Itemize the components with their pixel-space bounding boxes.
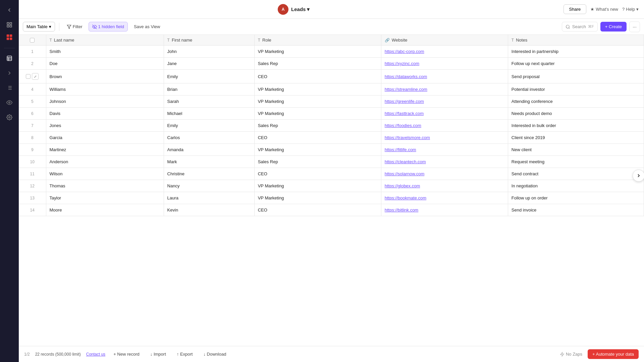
first-name-cell[interactable]: Emily xyxy=(164,120,254,132)
filter-button[interactable]: Filter xyxy=(63,22,86,31)
search-button[interactable]: Search ⌘F xyxy=(562,22,598,32)
last-name-cell[interactable]: Davis xyxy=(46,108,164,120)
website-link[interactable]: https://streamline.com xyxy=(385,87,427,92)
website-cell[interactable]: https://streamline.com xyxy=(381,83,508,96)
role-cell[interactable]: CEO xyxy=(254,204,381,216)
leads-title[interactable]: Leads ▾ xyxy=(291,6,310,12)
expand-button[interactable]: ⤢ xyxy=(32,73,39,80)
website-link[interactable]: https://fitlife.com xyxy=(385,147,416,152)
website-link[interactable]: https://solarnow.com xyxy=(385,171,425,176)
role-cell[interactable]: CEO xyxy=(254,132,381,144)
notes-cell[interactable]: Potential investor xyxy=(508,83,644,96)
website-cell[interactable]: https://bookmate.com xyxy=(381,192,508,204)
last-name-cell[interactable]: Williams xyxy=(46,83,164,96)
website-link[interactable]: https://bitlink.com xyxy=(385,207,418,213)
automate-button[interactable]: + Automate your data xyxy=(588,349,639,359)
sidebar-icon-views[interactable] xyxy=(3,52,15,64)
role-cell[interactable]: VP Marketing xyxy=(254,180,381,192)
first-name-cell[interactable]: Christine xyxy=(164,168,254,180)
scroll-right-button[interactable] xyxy=(633,170,644,182)
notes-cell[interactable]: Client since 2019 xyxy=(508,132,644,144)
contact-us-link[interactable]: Contact us xyxy=(86,352,105,357)
role-cell[interactable]: CEO xyxy=(254,168,381,180)
last-name-cell[interactable]: Jones xyxy=(46,120,164,132)
select-all-checkbox[interactable] xyxy=(30,38,35,43)
sidebar-icon-eye[interactable] xyxy=(3,97,15,109)
notes-cell[interactable]: Attending conference xyxy=(508,96,644,108)
first-name-cell[interactable]: Nancy xyxy=(164,180,254,192)
website-link[interactable]: https://foodies.com xyxy=(385,123,421,128)
role-cell[interactable]: Sales Rep xyxy=(254,58,381,70)
website-cell[interactable]: https://greenlife.com xyxy=(381,96,508,108)
website-cell[interactable]: https://globex.com xyxy=(381,180,508,192)
first-name-cell[interactable]: Jane xyxy=(164,58,254,70)
website-link[interactable]: https://bookmate.com xyxy=(385,195,426,200)
first-name-cell[interactable]: Kevin xyxy=(164,204,254,216)
last-name-cell[interactable]: Martinez xyxy=(46,144,164,156)
hidden-field-button[interactable]: 1 hidden field xyxy=(89,22,128,32)
last-name-cell[interactable]: Thomas xyxy=(46,180,164,192)
role-cell[interactable]: VP Marketing xyxy=(254,144,381,156)
last-name-cell[interactable]: Anderson xyxy=(46,156,164,168)
website-cell[interactable]: https://solarnow.com xyxy=(381,168,508,180)
notes-cell[interactable]: New client xyxy=(508,144,644,156)
last-name-cell[interactable]: Johnson xyxy=(46,96,164,108)
role-cell[interactable]: VP Marketing xyxy=(254,46,381,58)
website-cell[interactable]: https://xyzinc.com xyxy=(381,58,508,70)
first-name-cell[interactable]: Carlos xyxy=(164,132,254,144)
first-name-cell[interactable]: Sarah xyxy=(164,96,254,108)
website-cell[interactable]: https://abc-corp.com xyxy=(381,46,508,58)
website-cell[interactable]: https://bitlink.com xyxy=(381,204,508,216)
last-name-cell[interactable]: Wilson xyxy=(46,168,164,180)
last-name-cell[interactable]: Smith xyxy=(46,46,164,58)
notes-cell[interactable]: Request meeting xyxy=(508,156,644,168)
notes-header[interactable]: T Notes xyxy=(508,35,644,46)
notes-cell[interactable]: Interested in bulk order xyxy=(508,120,644,132)
first-name-cell[interactable]: John xyxy=(164,46,254,58)
notes-cell[interactable]: Needs product demo xyxy=(508,108,644,120)
website-link[interactable]: https://fasttrack.com xyxy=(385,111,424,116)
role-cell[interactable]: CEO xyxy=(254,70,381,83)
role-cell[interactable]: Sales Rep xyxy=(254,156,381,168)
website-link[interactable]: https://globex.com xyxy=(385,183,420,188)
role-cell[interactable]: VP Marketing xyxy=(254,83,381,96)
last-name-cell[interactable]: Brown xyxy=(46,70,164,83)
last-name-header[interactable]: T Last name xyxy=(46,35,164,46)
last-name-cell[interactable]: Taylor xyxy=(46,192,164,204)
first-name-cell[interactable]: Amanda xyxy=(164,144,254,156)
row-checkbox[interactable] xyxy=(26,74,31,79)
notes-cell[interactable]: Send proposal xyxy=(508,70,644,83)
back-button[interactable] xyxy=(3,4,15,16)
role-header[interactable]: T Role xyxy=(254,35,381,46)
website-link[interactable]: https://cleantech.com xyxy=(385,159,426,164)
notes-cell[interactable]: Send invoice xyxy=(508,204,644,216)
whats-new-button[interactable]: ★ What's new xyxy=(590,7,618,12)
website-cell[interactable]: https://fasttrack.com xyxy=(381,108,508,120)
grid-icon[interactable] xyxy=(3,19,15,31)
notes-cell[interactable]: Interested in partnership xyxy=(508,46,644,58)
first-name-cell[interactable]: Mark xyxy=(164,156,254,168)
notes-cell[interactable]: In negotiation xyxy=(508,180,644,192)
website-cell[interactable]: https://travelsmore.com xyxy=(381,132,508,144)
notes-cell[interactable]: Follow up on order xyxy=(508,192,644,204)
new-record-button[interactable]: + New record xyxy=(111,350,142,358)
first-name-cell[interactable]: Laura xyxy=(164,192,254,204)
save-view-button[interactable]: Save as View xyxy=(130,22,164,31)
sidebar-icon-filter[interactable] xyxy=(3,82,15,94)
website-link[interactable]: https://abc-corp.com xyxy=(385,49,424,54)
last-name-cell[interactable]: Doe xyxy=(46,58,164,70)
first-name-cell[interactable]: Emily xyxy=(164,70,254,83)
website-header[interactable]: 🔗 Website xyxy=(381,35,508,46)
create-button[interactable]: + Create xyxy=(600,22,627,32)
help-button[interactable]: ? Help ▾ xyxy=(622,7,639,12)
website-link[interactable]: https://xyzinc.com xyxy=(385,61,419,66)
export-button[interactable]: ↑ Export xyxy=(174,350,196,358)
share-button[interactable]: Share xyxy=(564,4,587,14)
first-name-cell[interactable]: Brian xyxy=(164,83,254,96)
website-cell[interactable]: https://dataworks.com xyxy=(381,70,508,83)
role-cell[interactable]: VP Marketing xyxy=(254,192,381,204)
download-button[interactable]: ↓ Download xyxy=(201,350,229,358)
website-link[interactable]: https://dataworks.com xyxy=(385,74,427,79)
last-name-cell[interactable]: Garcia xyxy=(46,132,164,144)
sidebar-icon-nav[interactable] xyxy=(3,67,15,79)
